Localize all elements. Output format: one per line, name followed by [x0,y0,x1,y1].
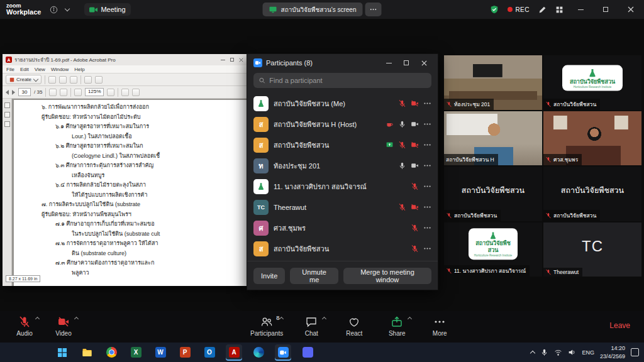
page-fit-icon[interactable] [121,89,129,96]
maximize-button[interactable] [597,3,614,16]
more-button[interactable]: More [425,315,454,337]
edge-icon[interactable] [250,344,267,361]
print-icon[interactable] [59,76,67,84]
mic-muted-icon[interactable] [398,99,406,107]
annotate-pencil-icon[interactable] [538,6,547,14]
page-number-input[interactable] [18,88,31,96]
outlook-icon[interactable]: O [201,344,218,361]
shared-screen-pill[interactable]: สถาบันวิจัยพืชสวน's screen [263,3,363,16]
participant-row[interactable]: ส สถาบันวิจัยพืชสวน [247,238,438,259]
participant-row[interactable]: ส สถาบันวิจัยพืชสวน [247,134,438,155]
chevron-down-icon[interactable] [65,6,70,11]
acrobat-title-bar[interactable]: A รายงานประจำปี 1-69.pdf - Adobe Acrobat… [3,54,247,65]
participant-row[interactable]: สถาบันวิจัยพืชสวน (Me) [247,93,438,114]
camera-off-icon[interactable] [411,99,419,107]
email-icon[interactable] [70,76,77,84]
menu-help[interactable]: Help [74,67,84,72]
comment-tool-icon[interactable] [84,76,92,84]
tray-mic-icon[interactable] [540,348,548,356]
chrome-icon[interactable] [103,344,119,361]
app-icon-purple[interactable] [299,344,316,361]
share-options-button[interactable] [365,3,381,16]
pdf-document-area[interactable]: ๖. การพัฒนาการผลิตกล้วยไม้เพื่อการส่งออก… [3,99,247,286]
notification-center-icon[interactable] [631,348,639,356]
react-button[interactable]: React [340,315,369,337]
more-options-icon[interactable] [423,99,431,107]
video-tile[interactable]: สถาบันวิจัยพืชสวน Horticulture Research … [543,55,641,110]
video-button[interactable]: Video [49,315,78,337]
camera-off-icon[interactable] [411,141,419,149]
participants-options-caret[interactable] [279,317,284,321]
zoom-in-icon[interactable] [107,89,114,96]
panel-minimize-button[interactable] [381,57,396,69]
mic-on-icon[interactable] [398,162,406,170]
participant-row[interactable]: ส สถาบันวิจัยพืชสวน H (Host) [247,114,438,134]
select-tool-icon[interactable] [60,89,67,96]
more-options-icon[interactable] [423,120,431,128]
info-icon[interactable] [50,6,58,14]
more-options-icon[interactable] [423,182,431,190]
more-options-icon[interactable] [423,162,431,170]
mic-muted-icon[interactable] [411,244,419,253]
panel-maximize-button[interactable] [399,57,414,69]
unmute-me-button[interactable]: Unmute me [290,268,338,284]
save-icon[interactable] [48,76,56,84]
video-tile[interactable]: สถาบันวิจัยพืชสวน Horticulture Research … [444,222,542,277]
participants-title-bar[interactable]: Participants (8) [247,54,438,72]
participant-row[interactable]: ศ ศวส.ชุมพร [247,217,438,238]
create-button[interactable]: Create [6,75,42,84]
powerpoint-icon[interactable]: P [177,344,193,361]
tab-meeting[interactable]: Meeting [84,3,130,16]
zoom-level-box[interactable]: 125% [85,88,104,96]
video-tile[interactable]: สถาบันวิจัยพืชสวน สถาบันวิจัยพืชสวน [543,167,641,221]
video-tile[interactable]: สถาบันวิจัยพืชสวน สถาบันวิจัยพืชสวน [444,167,542,221]
participant-row[interactable]: 11. นางสาวศิปรภา สอนวิจารณ์ [247,176,438,197]
mic-muted-icon[interactable] [411,224,419,232]
volume-icon[interactable] [568,348,576,356]
previous-page-icon[interactable] [6,90,9,95]
word-icon[interactable]: W [152,344,169,361]
more-options-icon[interactable] [423,224,431,232]
excel-icon[interactable]: X [128,344,144,361]
participant-row[interactable]: ท ท้องประชุม 201 [247,155,438,176]
more-options-icon[interactable] [423,203,431,211]
highlight-tool-icon[interactable] [95,76,103,84]
chat-options-caret[interactable] [322,317,326,321]
more-options-icon[interactable] [423,141,431,149]
share-button[interactable]: Share [382,315,411,337]
camera-on-icon[interactable] [411,162,419,170]
start-button[interactable] [54,344,70,361]
next-page-icon[interactable] [12,90,15,95]
participant-search-box[interactable] [253,73,431,88]
panel-close-button[interactable] [416,57,431,69]
participants-button[interactable]: 8 Participants [250,315,283,337]
bookmarks-icon[interactable] [4,112,10,118]
mic-muted-icon[interactable] [398,141,406,149]
camera-off-icon[interactable] [411,203,419,211]
security-shield-icon[interactable] [490,5,499,14]
mic-muted-icon[interactable] [398,203,406,211]
page-width-icon[interactable] [132,89,140,96]
video-tile[interactable]: ศวส.ชุมพร [543,111,641,166]
taskbar-clock[interactable]: 14:20 23/4/2569 [600,344,625,359]
menu-file[interactable]: File [6,67,14,72]
attachments-icon[interactable] [4,121,10,127]
video-tile[interactable]: TC Theerawut [543,222,641,277]
search-input[interactable] [269,77,426,84]
wifi-icon[interactable] [554,348,562,356]
pdf-minimize-icon[interactable] [221,60,225,60]
tray-expand-icon[interactable] [530,350,535,355]
close-button[interactable] [623,3,639,16]
zoom-taskbar-icon[interactable] [275,344,291,361]
file-explorer-icon[interactable] [79,344,95,361]
video-tile-active-speaker[interactable]: สถาบันวิจัยพืชสวน H [444,111,542,166]
mic-muted-icon[interactable] [411,182,419,190]
language-indicator[interactable]: ENG [582,349,594,356]
camera-on-icon[interactable] [411,120,419,128]
leave-button[interactable]: Leave [609,321,630,330]
page-thumbnails-icon[interactable] [4,102,10,108]
pdf-maximize-icon[interactable] [230,58,234,62]
view-layout-icon[interactable] [555,6,564,14]
menu-edit[interactable]: Edit [20,67,29,72]
share-options-caret[interactable] [408,317,412,321]
